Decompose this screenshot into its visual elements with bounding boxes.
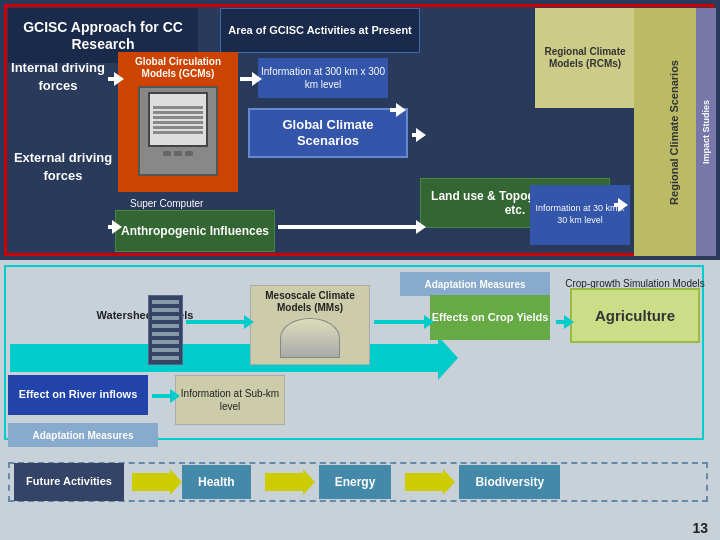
arrow-gcs-landuse	[412, 133, 418, 137]
server-line	[152, 300, 179, 304]
arrow-anthro-landuse	[278, 225, 418, 229]
arrow-landuse-rcm	[614, 203, 620, 207]
server-line	[152, 308, 179, 312]
internal-driving-label: Internal driving forces	[8, 58, 108, 94]
future-arrow-head-3	[443, 469, 455, 495]
future-arrow-2	[265, 473, 305, 491]
comp-btn	[185, 151, 193, 156]
arrow-info300-gcs	[390, 108, 398, 112]
screen-line	[153, 111, 203, 114]
sub-km-label: Information at Sub-km level	[176, 387, 284, 413]
future-arrow-head-2	[303, 469, 315, 495]
adapt-top: Adaptation Measures	[400, 272, 550, 296]
river-box: Effect on River inflows	[8, 375, 148, 415]
cylinder-icon	[280, 318, 340, 358]
arrow-river-subkm	[152, 394, 172, 398]
adapt-top-label: Adaptation Measures	[424, 279, 525, 290]
arrow-gcm-info300	[240, 77, 254, 81]
anthro-box: Anthropogenic Influences	[115, 210, 275, 252]
computer-screen	[148, 92, 208, 147]
server-line	[152, 316, 179, 320]
gcs-label: Global Climate Scenarios	[250, 117, 406, 148]
top-section: GCISC Approach for CC Research Area of G…	[0, 0, 720, 260]
future-row: Future Activities Health Energy Biodiver…	[8, 462, 708, 502]
arrow-internal-gcm	[108, 77, 116, 81]
rcs-label: Regional Climate Scenarios	[668, 60, 681, 205]
info-300-box: Information at 300 km x 300 km level	[258, 58, 388, 98]
impact-label: Impact Studies	[701, 100, 711, 164]
agriculture-box: Agriculture	[570, 288, 700, 343]
server-line	[152, 348, 179, 352]
arrow-effects-agriculture	[556, 320, 566, 324]
future-label: Future Activities	[26, 475, 112, 488]
screen-line	[153, 121, 203, 124]
gcm-label: Global Circulation Models (GCMs)	[122, 56, 234, 80]
rcm-label: Regional Climate Models (RCMs)	[535, 46, 635, 70]
gcs-box: Global Climate Scenarios	[248, 108, 408, 158]
screen-line	[153, 116, 203, 119]
health-label: Health	[198, 475, 235, 489]
info-30-box: Information at 30 km x 30 km level	[530, 185, 630, 245]
biodiversity-label: Biodiversity	[475, 475, 544, 489]
page-number: 13	[692, 520, 708, 536]
main-container: GCISC Approach for CC Research Area of G…	[0, 0, 720, 540]
river-label: Effect on River inflows	[19, 388, 138, 401]
screen-line	[153, 126, 203, 129]
server-line	[152, 340, 179, 344]
agriculture-label: Agriculture	[595, 307, 675, 324]
adapt-bottom-label: Adaptation Measures	[32, 430, 133, 441]
screen-line	[153, 131, 203, 134]
main-title: GCISC Approach for CC Research	[8, 19, 198, 53]
comp-btn	[163, 151, 171, 156]
super-computer-label: Super Computer	[130, 198, 203, 209]
screen-line	[153, 106, 203, 109]
screen-lines	[150, 104, 206, 136]
gcm-box: Global Circulation Models (GCMs)	[118, 52, 238, 192]
energy-label: Energy	[335, 475, 376, 489]
energy-box: Energy	[319, 465, 392, 499]
arrow-external-anthro	[108, 225, 114, 229]
area-box: Area of GCISC Activities at Present	[220, 8, 420, 53]
computer-buttons	[140, 151, 216, 156]
mesoscale-box: Mesoscale Climate Models (MMs)	[250, 285, 370, 365]
future-arrow-head-1	[170, 469, 182, 495]
server-line	[152, 332, 179, 336]
future-arrow-3	[405, 473, 445, 491]
biodiversity-box: Biodiversity	[459, 465, 560, 499]
future-arrow-1	[132, 473, 172, 491]
future-activities-box: Future Activities	[14, 463, 124, 501]
sub-km-box: Information at Sub-km level	[175, 375, 285, 425]
computer-icon	[138, 86, 218, 176]
area-label: Area of GCISC Activities at Present	[228, 24, 412, 37]
watershed-box: Watershed Models	[80, 300, 210, 330]
adapt-bottom: Adaptation Measures	[8, 423, 158, 447]
rcm-area: Regional Climate Models (RCMs)	[535, 8, 635, 108]
effects-label: Effects on Crop Yields	[432, 311, 549, 324]
server-icon	[148, 295, 183, 365]
large-cyan-arrow	[10, 344, 440, 372]
health-box: Health	[182, 465, 251, 499]
server-line	[152, 356, 179, 360]
arrow-watershed-mesoscale	[186, 320, 246, 324]
effects-box: Effects on Crop Yields	[430, 295, 550, 340]
mesoscale-label: Mesoscale Climate Models (MMs)	[255, 290, 365, 314]
anthro-label: Anthropogenic Influences	[121, 224, 269, 238]
info-300-label: Information at 300 km x 300 km level	[258, 65, 388, 91]
external-driving-label: External driving forces	[8, 148, 118, 184]
server-line	[152, 324, 179, 328]
comp-btn	[174, 151, 182, 156]
arrow-mesoscale-effects	[374, 320, 426, 324]
impact-studies-vertical: Impact Studies	[696, 8, 716, 256]
